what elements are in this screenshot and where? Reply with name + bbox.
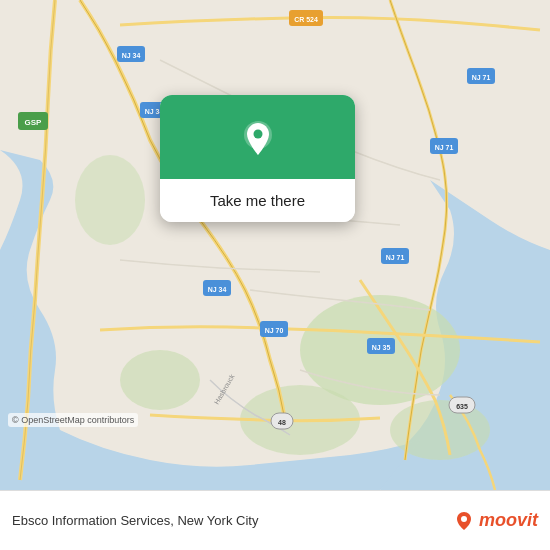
location-pin-icon <box>236 117 280 161</box>
svg-point-4 <box>75 155 145 245</box>
svg-text:NJ 71: NJ 71 <box>386 254 405 261</box>
svg-text:NJ 34: NJ 34 <box>208 286 227 293</box>
map-attribution: © OpenStreetMap contributors <box>8 413 138 427</box>
svg-text:635: 635 <box>456 403 468 410</box>
svg-text:NJ 70: NJ 70 <box>265 327 284 334</box>
svg-text:NJ 71: NJ 71 <box>472 74 491 81</box>
bottom-bar: Ebsco Information Services, New York Cit… <box>0 490 550 550</box>
moovit-pin-icon <box>453 510 475 532</box>
svg-text:NJ 34: NJ 34 <box>122 52 141 59</box>
map-container[interactable]: GSP NJ 34 NJ 34 NJ 34 CR 524 NJ 71 NJ 71… <box>0 0 550 490</box>
svg-text:NJ 35: NJ 35 <box>372 344 391 351</box>
location-popup: Take me there <box>160 95 355 222</box>
svg-text:48: 48 <box>278 419 286 426</box>
svg-text:GSP: GSP <box>25 118 43 127</box>
take-me-there-button[interactable]: Take me there <box>160 179 355 222</box>
svg-point-33 <box>461 516 467 522</box>
moovit-logo: moovit <box>453 510 538 532</box>
popup-header <box>160 95 355 179</box>
svg-text:NJ 71: NJ 71 <box>435 144 454 151</box>
moovit-brand-name: moovit <box>479 510 538 531</box>
svg-point-3 <box>120 350 200 410</box>
svg-text:CR 524: CR 524 <box>294 16 318 23</box>
location-label: Ebsco Information Services, New York Cit… <box>12 513 258 528</box>
svg-point-32 <box>253 130 262 139</box>
